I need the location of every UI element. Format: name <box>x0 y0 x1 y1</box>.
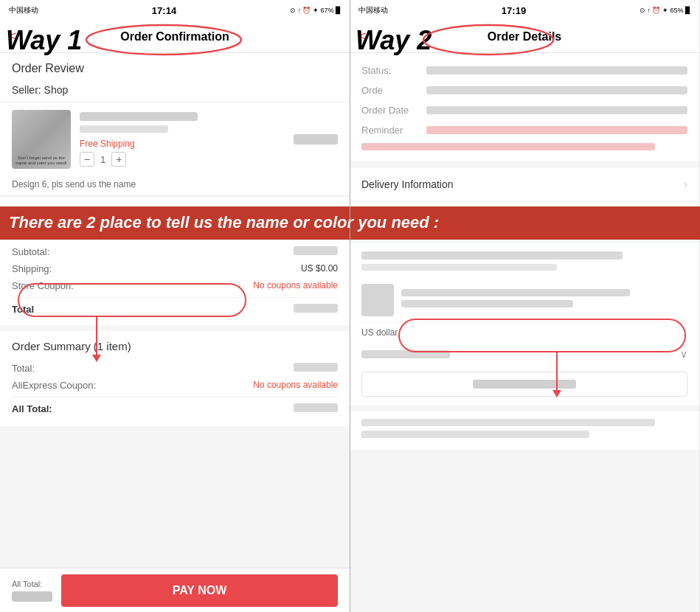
message-arrow-annotation <box>96 316 97 356</box>
all-total-blur <box>294 403 338 412</box>
reminder-label: Reminder <box>361 125 420 136</box>
total-label: Total <box>12 304 34 315</box>
delivery-info-label: Delivery Information <box>361 178 454 190</box>
order-number-row: Orde <box>361 80 687 100</box>
store-coupon-value: No coupons available <box>253 280 338 291</box>
ali-coupon-row: AliExpress Coupon: No coupons available <box>12 377 338 394</box>
summary-total-row: Total: <box>12 360 338 377</box>
product-row: Don't forget send us the name and color … <box>0 102 350 176</box>
chevron-down-icon: ∨ <box>680 348 687 360</box>
order-number-label: Orde <box>361 85 420 96</box>
panel-separator <box>350 0 350 612</box>
summary-total-label: Total: <box>12 363 35 374</box>
pay-now-button[interactable]: PAY NOW <box>61 574 338 607</box>
dropdown-row[interactable]: ∨ <box>361 342 687 366</box>
product-price-blur <box>294 134 338 145</box>
bottom-blurs-section <box>350 411 699 450</box>
order-number-blur <box>426 86 687 94</box>
qty-minus-button[interactable]: − <box>80 152 94 167</box>
contact-arrow-annotation <box>556 351 558 392</box>
pay-total-label: All Total: <box>12 580 52 588</box>
product-title-blur <box>80 112 198 121</box>
order-review-heading: Order Review <box>12 62 338 75</box>
pay-total-value-blur <box>12 591 52 602</box>
product-subtitle-blur <box>80 125 168 133</box>
right-scroll-area: Status: Orde Order Date Reminder Deliver… <box>350 53 699 612</box>
product-image-note: Don't forget send us the name and color … <box>13 156 69 166</box>
pay-now-bar: All Total: PAY NOW <box>0 568 350 612</box>
left-page-title: Order Confirmation <box>120 30 229 44</box>
ali-coupon-value: No coupons available <box>253 380 338 391</box>
free-shipping-label: Free Shipping <box>80 139 285 149</box>
status-row: Status: <box>361 60 687 80</box>
currency-row: US dollar <box>361 323 687 342</box>
product-price <box>294 134 338 145</box>
shipping-value: US $0.00 <box>301 263 338 274</box>
right-status-bar: 中国移动 17:19 ⊙ ↑ ⏰ ✦ 65% ▉ <box>350 0 699 21</box>
all-total-row: All Total: <box>12 397 338 417</box>
shipping-label: Shipping: <box>12 263 52 274</box>
status-label: Status: <box>361 65 420 76</box>
subtotal-row: Subtotal: <box>12 243 338 260</box>
left-panel: 中国移动 17:14 ⊙ ↑ ⏰ ✦ 67% ▉ < Order Confirm… <box>0 0 350 612</box>
right-back-button[interactable]: < <box>358 29 367 44</box>
costs-section: Subtotal: Shipping: US $0.00 Store Coupo… <box>0 236 350 325</box>
qty-plus-button[interactable]: + <box>111 152 126 167</box>
input-row[interactable] <box>361 372 687 397</box>
status-value-blur <box>426 66 687 74</box>
payment-item <box>361 278 687 323</box>
right-page-title: Order Details <box>488 30 561 44</box>
total-value-blur <box>294 304 338 313</box>
subtotal-value-blur <box>294 246 338 255</box>
bottom-blur-2 <box>361 431 589 438</box>
store-coupon-row: Store Coupon: No coupons available <box>12 277 338 294</box>
payment-line2 <box>401 300 573 307</box>
delivery-info-row[interactable]: Delivery Information › <box>350 167 699 202</box>
product-info: Free Shipping − 1 + <box>80 112 285 167</box>
payment-blur-2 <box>361 264 557 271</box>
all-total-label: All Total: <box>12 403 52 414</box>
left-page-header: < Order Confirmation <box>0 21 350 53</box>
right-carrier: 中国移动 <box>358 5 388 15</box>
payment-section: US dollar ∨ <box>350 243 699 406</box>
reminder-row: Reminder <box>361 120 687 140</box>
order-date-blur <box>426 106 687 114</box>
order-date-row: Order Date <box>361 100 687 120</box>
quantity-control: − 1 + <box>80 152 285 167</box>
design-note: Design 6, pls send us the name <box>0 176 350 195</box>
qty-value: 1 <box>100 154 105 165</box>
left-carrier: 中国移动 <box>9 5 38 15</box>
delivery-chevron-icon: › <box>684 178 687 191</box>
right-page-header: < Order Details <box>350 21 699 53</box>
right-icons: ⊙ ↑ ⏰ ✦ 65% ▉ <box>640 7 690 14</box>
currency-label: US dollar <box>361 327 398 338</box>
ali-coupon-label: AliExpress Coupon: <box>12 380 96 391</box>
reminder-line2 <box>361 143 655 150</box>
order-summary-heading: Order Summary (1 item) <box>12 340 338 352</box>
summary-total-blur <box>294 363 338 372</box>
left-scroll-area: Order Review Seller: Shop Don't forget s… <box>0 53 350 568</box>
order-review-section: Order Review <box>0 53 350 81</box>
reminder-value-blur <box>426 126 687 134</box>
input-blur <box>473 380 576 389</box>
left-back-button[interactable]: < <box>9 29 17 44</box>
order-date-label: Order Date <box>361 105 420 116</box>
payment-info <box>401 289 687 311</box>
seller-label: Seller: Shop <box>12 84 68 96</box>
right-panel: 中国移动 17:19 ⊙ ↑ ⏰ ✦ 65% ▉ < Order Details… <box>350 0 699 612</box>
right-time: 17:19 <box>502 5 526 16</box>
order-summary-section: Order Summary (1 item) Total: AliExpress… <box>0 331 350 426</box>
subtotal-label: Subtotal: <box>12 246 49 257</box>
pay-total-area: All Total: <box>12 580 52 602</box>
product-image: Don't forget send us the name and color … <box>12 110 71 169</box>
payment-blur-1 <box>361 251 623 260</box>
bottom-blur-1 <box>361 419 655 426</box>
shipping-row: Shipping: US $0.00 <box>12 260 338 277</box>
dropdown-blur <box>361 350 450 358</box>
seller-row: Seller: Shop <box>0 81 350 102</box>
total-row: Total <box>12 297 338 318</box>
order-info-section: Status: Orde Order Date Reminder <box>350 53 699 161</box>
store-coupon-label: Store Coupon: <box>12 280 74 291</box>
left-time: 17:14 <box>152 5 176 16</box>
payment-line1 <box>401 289 630 296</box>
